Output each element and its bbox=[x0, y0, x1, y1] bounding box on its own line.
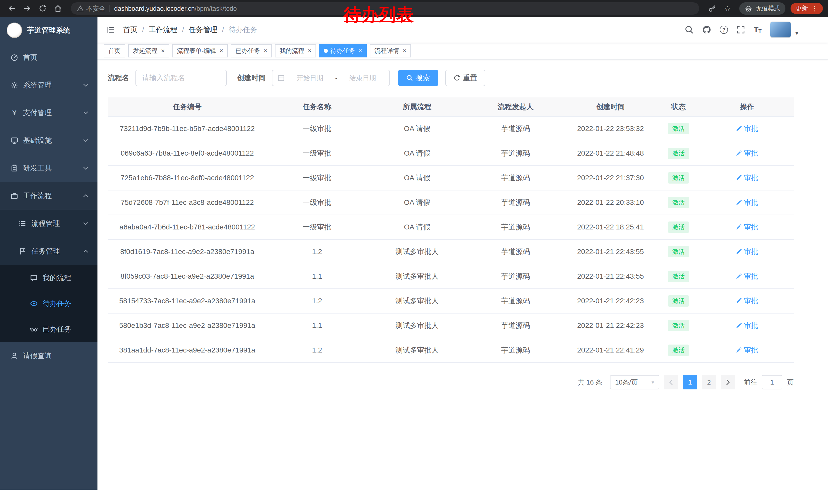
close-icon[interactable]: × bbox=[403, 48, 406, 54]
sidebar-item-infrastructure[interactable]: 基础设施 bbox=[0, 127, 97, 154]
tab-my-process[interactable]: 我的流程× bbox=[275, 44, 316, 57]
cell-process: 测试多审批人 bbox=[367, 239, 467, 264]
reset-button[interactable]: 重置 bbox=[445, 70, 485, 86]
prev-page-button[interactable] bbox=[664, 375, 678, 390]
close-icon[interactable]: × bbox=[359, 48, 362, 54]
cell-created: 2022-01-21 22:43:55 bbox=[564, 264, 657, 289]
approve-link[interactable]: 审批 bbox=[736, 321, 758, 330]
edit-pen-icon bbox=[736, 322, 742, 329]
chrome-menu-icon[interactable]: ⋮ bbox=[811, 5, 818, 12]
security-indicator[interactable]: 不安全 bbox=[77, 4, 106, 13]
page-2-button[interactable]: 2 bbox=[702, 375, 716, 390]
cell-actions: 审批 bbox=[700, 117, 794, 141]
sidebar-item-payment[interactable]: ¥ 支付管理 bbox=[0, 99, 97, 127]
gear-icon bbox=[10, 81, 18, 89]
close-icon[interactable]: × bbox=[161, 48, 165, 54]
status-badge: 激活 bbox=[668, 172, 689, 183]
bookmark-star-button[interactable]: ☆ bbox=[721, 2, 734, 15]
reload-button[interactable] bbox=[36, 2, 49, 15]
fullscreen-button[interactable] bbox=[737, 26, 745, 34]
incognito-label: 无痕模式 bbox=[756, 4, 780, 12]
date-range-input[interactable]: 开始日期 - 结束日期 bbox=[272, 70, 390, 86]
font-size-button[interactable]: TT bbox=[754, 26, 761, 34]
back-button[interactable] bbox=[5, 2, 18, 15]
page-1-button[interactable]: 1 bbox=[683, 375, 697, 390]
search-submit-button[interactable]: 搜索 bbox=[398, 70, 438, 86]
approve-link[interactable]: 审批 bbox=[736, 173, 758, 183]
process-name-input[interactable] bbox=[135, 70, 227, 86]
edit-pen-icon bbox=[736, 199, 742, 205]
avatar[interactable] bbox=[770, 22, 791, 37]
tab-todo-tasks[interactable]: 待办任务× bbox=[319, 44, 367, 57]
approve-link[interactable]: 审批 bbox=[736, 222, 758, 232]
sidebar-item-my-process[interactable]: 我的流程 bbox=[0, 265, 97, 291]
breadcrumb-workflow[interactable]: 工作流程 bbox=[149, 25, 177, 35]
next-page-button[interactable] bbox=[721, 375, 735, 390]
logo-avatar bbox=[7, 22, 22, 38]
sidebar-item-leave-query[interactable]: 请假查询 bbox=[0, 342, 97, 370]
sidebar-toggle-button[interactable] bbox=[97, 26, 123, 34]
status-badge: 激活 bbox=[668, 246, 689, 257]
approve-link[interactable]: 审批 bbox=[736, 124, 758, 134]
sidebar-item-workflow[interactable]: 工作流程 bbox=[0, 182, 97, 210]
cell-status: 激活 bbox=[657, 215, 700, 239]
cell-process: 测试多审批人 bbox=[367, 313, 467, 338]
page-size-select[interactable]: 10条/页 ▾ bbox=[610, 375, 659, 390]
approve-link[interactable]: 审批 bbox=[736, 148, 758, 158]
approve-link[interactable]: 审批 bbox=[736, 247, 758, 257]
total-count: 共 16 条 bbox=[578, 378, 602, 387]
sidebar-item-home[interactable]: 首页 bbox=[0, 44, 97, 71]
edit-pen-icon bbox=[736, 347, 742, 353]
forward-button[interactable] bbox=[20, 2, 34, 15]
sidebar-item-task-mgmt[interactable]: 任务管理 bbox=[0, 237, 97, 265]
sidebar-logo[interactable]: 芋道管理系统 bbox=[0, 17, 97, 44]
cell-created: 2022-01-21 22:43:55 bbox=[564, 239, 657, 264]
chevron-down-icon bbox=[83, 167, 88, 170]
status-badge: 激活 bbox=[668, 345, 689, 356]
sidebar-item-todo-tasks[interactable]: 待办任务 bbox=[0, 291, 97, 316]
cell-task-name: 一级审批 bbox=[267, 141, 367, 166]
goto-page-input[interactable] bbox=[762, 375, 782, 390]
breadcrumb-task-mgmt[interactable]: 任务管理 bbox=[189, 25, 217, 35]
col-created: 创建时间 bbox=[564, 97, 657, 117]
sidebar-item-label: 支付管理 bbox=[23, 108, 52, 118]
cell-status: 激活 bbox=[657, 289, 700, 313]
approve-link[interactable]: 审批 bbox=[736, 345, 758, 355]
back-icon bbox=[8, 5, 16, 12]
password-key-button[interactable] bbox=[705, 2, 719, 15]
address-bar[interactable]: 不安全 dashboard.yudao.iocoder.cn/bpm/task/… bbox=[71, 2, 699, 15]
github-button[interactable] bbox=[702, 26, 711, 34]
search-button[interactable] bbox=[685, 26, 694, 34]
monitor-icon bbox=[10, 137, 18, 144]
cell-task-name: 1.1 bbox=[267, 313, 367, 338]
help-icon[interactable]: ? bbox=[720, 26, 728, 34]
cell-created: 2022-01-22 21:37:30 bbox=[564, 166, 657, 190]
approve-link[interactable]: 审批 bbox=[736, 198, 758, 208]
close-icon[interactable]: × bbox=[264, 48, 267, 54]
tab-form-edit[interactable]: 流程表单-编辑× bbox=[172, 44, 228, 57]
close-icon[interactable]: × bbox=[219, 48, 223, 54]
cell-starter: 芋道源码 bbox=[467, 264, 564, 289]
yen-icon: ¥ bbox=[10, 109, 18, 117]
cell-task-id: 580e1b3d-7ac8-11ec-a9e2-a2380e71991a bbox=[108, 313, 267, 338]
tab-home[interactable]: 首页 bbox=[104, 44, 125, 57]
close-icon[interactable]: × bbox=[308, 48, 312, 54]
avatar-caret-icon[interactable]: ▾ bbox=[795, 30, 798, 37]
chrome-update-button[interactable]: 更新 ⋮ bbox=[791, 3, 823, 14]
sidebar-item-system[interactable]: 系统管理 bbox=[0, 71, 97, 99]
approve-link[interactable]: 审批 bbox=[736, 272, 758, 281]
sidebar-item-devtools[interactable]: 研发工具 bbox=[0, 154, 97, 182]
tab-done-tasks[interactable]: 已办任务× bbox=[231, 44, 272, 57]
home-button[interactable] bbox=[51, 2, 65, 15]
tab-process-detail[interactable]: 流程详情× bbox=[370, 44, 411, 57]
sidebar-item-label: 已办任务 bbox=[43, 324, 71, 334]
page-unit-label: 页 bbox=[787, 378, 794, 387]
tab-start-process[interactable]: 发起流程× bbox=[128, 44, 169, 57]
cell-status: 激活 bbox=[657, 239, 700, 264]
cell-task-id: a6aba0a4-7b6d-11ec-b781-acde48001122 bbox=[108, 215, 267, 239]
sidebar-item-done-tasks[interactable]: 已办任务 bbox=[0, 316, 97, 342]
sidebar-item-process-mgmt[interactable]: 流程管理 bbox=[0, 210, 97, 237]
breadcrumb-home[interactable]: 首页 bbox=[123, 25, 137, 35]
cell-created: 2022-01-21 22:42:23 bbox=[564, 313, 657, 338]
approve-link[interactable]: 审批 bbox=[736, 296, 758, 306]
